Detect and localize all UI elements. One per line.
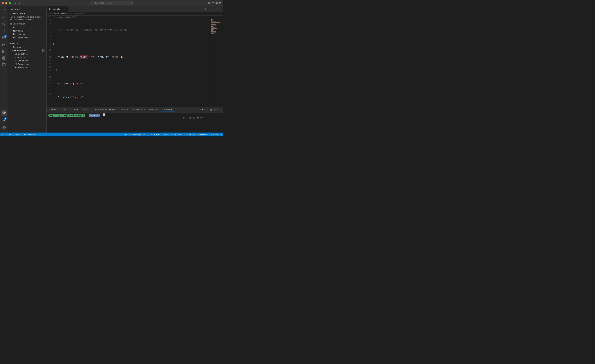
brace-close-2: }, [120,56,123,59]
terminal-more-icon[interactable]: ⋯ [213,108,216,111]
activity-run[interactable] [1,28,7,34]
status-tabnine[interactable]: ◈ tabnine starter → [193,133,209,136]
terminal-content[interactable]: ~/git/pogi7/kepler16b-example main *1 ok [47,112,223,133]
setup-tasks-header[interactable]: ▾ SETUP TASKS [8,12,46,15]
activity-docker[interactable] [1,48,7,54]
code-editor[interactable]: 1 2 3 4 5 6 7 8 9 10 11 12 13 14 15 16 1 [47,18,210,107]
brace-open-2: { [56,56,58,59]
breadcrumb: src › vision › layouts › {} pages.json ›… [47,12,223,15]
forward-button[interactable]: › [18,1,21,5]
pages-header[interactable]: ▾ PAGES [8,41,46,45]
status-language[interactable]: {} JSON [174,133,181,135]
breadcrumb-vision[interactable]: vision [54,13,59,15]
maximize-button[interactable] [9,2,11,4]
panel-tab-output[interactable]: OUTPUT [48,107,60,112]
sidebar-header: OML VISION ⋯ [8,6,46,12]
go-live-icon: ⊙ [183,133,184,136]
terminal-split-icon[interactable]: ⊟ [207,108,209,111]
connections-icon: ☐ [15,63,17,65]
status-blame[interactable]: ♦ You, 5 months ago [125,133,141,135]
terminal-branch: main *1 [89,114,99,117]
split-editor-icon[interactable]: ⊡ [205,7,207,11]
task-run-stopfuseki[interactable]: ▷ Run stopFuseki [8,36,46,39]
branch-sync-icon: ↻ [12,133,14,136]
layout-icon-2[interactable]: ▢ [212,2,214,5]
activity-account[interactable]: 2 [1,117,7,123]
status-errors[interactable]: ⊗ 0 △ 0 [15,133,22,136]
status-branch[interactable]: ⎇ main ↻ [5,133,14,136]
code-content[interactable]: You, 5 months ago • display objectives u… [53,18,210,107]
activity-explorer[interactable] [1,7,7,14]
panel-tab-debug-console[interactable]: DEBUG CONSOLE [60,107,80,112]
layout-icon-4[interactable]: ⊞ [219,2,221,5]
editor-area: {} pages.json ✕ ⊡ ⋯ ← → ⋯ src › vision ›… [47,6,223,133]
back-button[interactable]: ‹ [14,1,17,5]
more-actions-icon[interactable]: ⋯ [219,7,221,11]
layout-icon-1[interactable]: ▦ [208,2,210,5]
page-home[interactable]: 🏠 Home [8,45,46,49]
activity-test[interactable] [1,41,7,48]
activity-extensions[interactable]: 3 [1,35,7,41]
breadcrumb-more[interactable]: ... [84,13,85,15]
status-info[interactable]: ♦ 0 [24,133,27,135]
panel-tab-ports[interactable]: PORTS [80,107,91,112]
highlighted-path-key: "path" [79,55,88,59]
tab-close-button[interactable]: ✕ [63,8,65,10]
task-run-clean[interactable]: ▷ Run clean [8,29,46,33]
titlebar-search-input[interactable] [91,1,133,5]
status-line-ending[interactable]: LF [170,133,173,135]
sidebar-more-button[interactable]: ⋯ [42,8,44,11]
titlebar: ‹ › ⌕ ▦ ▢ ▣ ⊞ [0,0,223,6]
page-requirements[interactable]: ≣ Requirements [8,66,46,69]
panel-close-icon[interactable]: ✕ [220,108,222,111]
activity-eye-active[interactable] [1,110,7,116]
breadcrumb-layouts[interactable]: layouts [61,13,67,15]
panel-tab-comments[interactable]: COMMENTS [131,107,147,112]
status-go-live[interactable]: ⊙ Go Live [183,133,191,136]
activity-git-graph[interactable] [1,62,7,68]
panel-tab-oml-vision-props[interactable]: OML VISION PROPERTIES [91,107,119,112]
prettier-text: Prettier [213,133,219,135]
terminal-chevron-up-icon[interactable]: ∧ [217,108,219,111]
breadcrumb-src[interactable]: src [49,13,51,15]
tab-pages-json[interactable]: {} pages.json ✕ [47,6,68,12]
activity-source-control[interactable] [1,21,7,27]
page-objectives[interactable]: ☐ Objectives [8,52,46,56]
status-prettier[interactable]: ✓ Prettier [211,133,219,136]
position-text: Ln 1, Col 2 [143,133,152,135]
activity-search[interactable] [1,14,7,20]
page-missions[interactable]: ≡ Missions [8,56,46,59]
setup-tasks-chevron: ▾ [10,13,11,14]
status-position[interactable]: Ln 1, Col 2 [143,133,152,135]
terminal-add-icon[interactable]: + [204,108,205,111]
val-server: "server" [73,96,83,99]
status-remote[interactable]: ⇄ [1,133,3,136]
task-run-owlload[interactable]: ▷ Run owlLoad [8,33,46,36]
go-forward-icon[interactable]: → [215,7,218,10]
close-button[interactable] [2,2,4,4]
breadcrumb-pages-json[interactable]: {} pages.json [70,13,81,15]
page-components[interactable]: ≣ Components [8,59,46,62]
task-run-build[interactable]: ▷ Run build [8,26,46,29]
activity-database[interactable] [1,55,7,61]
breadcrumb-toggle-icon[interactable]: ⋯ [208,7,211,11]
status-remote-right[interactable]: ⇄ [220,133,222,136]
status-encoding[interactable]: UTF-8 [163,133,169,135]
minimap-line-23 [211,33,214,34]
panel-tab-gitlens[interactable]: GITLENS [119,107,131,112]
line-num-16: 16 [47,69,51,72]
status-git-graph[interactable]: Git Graph [28,133,36,135]
panel-tab-terminal[interactable]: TERMINAL [161,107,175,112]
terminal-trash-icon[interactable]: 🗑 [210,108,212,111]
go-live-text: Go Live [185,133,191,135]
activity-settings[interactable] [1,125,7,131]
status-spaces[interactable]: Spaces: 2 [154,133,162,135]
panel-tab-problems[interactable]: PROBLEMS [147,107,161,112]
page-connections[interactable]: ☐ Connections [8,62,46,66]
go-back-icon[interactable]: ← [212,7,214,10]
line-num-9: 9 [47,45,51,49]
page-kepler16b[interactable]: ▾ ☰ Kepler16b / [8,49,46,52]
minimize-button[interactable] [5,2,7,4]
layout-icon-3[interactable]: ▣ [215,2,218,5]
terminal-shell-label: zsh [200,108,203,111]
